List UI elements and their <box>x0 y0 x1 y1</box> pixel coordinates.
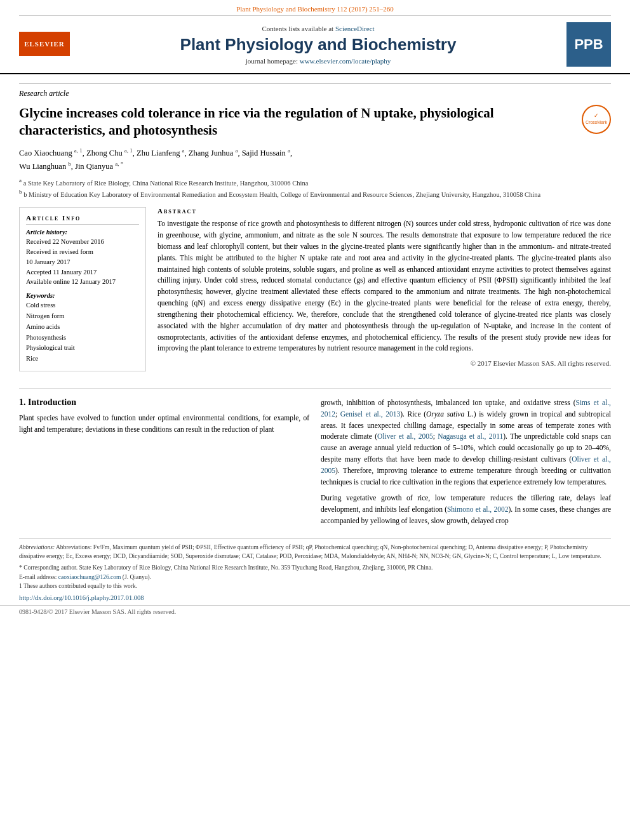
contents-text: Contents lists available at <box>262 25 333 32</box>
sciencedirect-link[interactable]: ScienceDirect <box>335 25 375 32</box>
section-divider <box>19 388 611 389</box>
article-title-row: Glycine increases cold tolerance in rice… <box>19 105 611 140</box>
sciencedirect-label: ScienceDirect <box>335 25 375 32</box>
ppb-logo: PPB <box>566 22 611 67</box>
intro-left-text: Plant species have evolved to function u… <box>19 413 309 436</box>
corresponding-note: * Corresponding author. State Key Labora… <box>19 563 611 582</box>
history-label: Article history: <box>26 229 139 236</box>
doi-text: http://dx.doi.org/10.1016/j.plaphy.2017.… <box>19 594 144 601</box>
intro-right-para2: During vegetative growth of rice, low te… <box>321 493 611 526</box>
ref-shimono-2002[interactable]: Shimono et al., 2002 <box>447 505 508 513</box>
contents-line: Contents lists available at ScienceDirec… <box>83 25 554 32</box>
keyword-1: Cold stress <box>26 300 139 311</box>
elsevier-logo-box: ELSEVIER <box>19 32 70 56</box>
equal-note: 1 These authors contributed equally to t… <box>19 582 611 590</box>
homepage-text: journal homepage: <box>246 57 298 65</box>
elsevier-logo: ELSEVIER <box>19 32 70 57</box>
two-col-section: Article Info Article history: Received 2… <box>0 207 630 379</box>
keyword-5: Physiological trait <box>26 343 139 354</box>
abbreviations-note: Abbreviations: Abbreviations: Fv/Fm, Max… <box>19 543 611 561</box>
homepage-link[interactable]: www.elsevier.com/locate/plaphy <box>300 57 391 65</box>
affiliations: a a State Key Laboratory of Rice Biology… <box>19 177 611 200</box>
keywords-label: Keywords: <box>26 292 139 299</box>
abbreviations-text: Abbreviations: Fv/Fm, Maximum quantum yi… <box>19 544 601 559</box>
article-title: Glycine increases cold tolerance in rice… <box>19 105 582 140</box>
article-info-title: Article Info <box>26 214 139 225</box>
abstract-title: Abstract <box>158 207 611 215</box>
intro-heading: 1. Introduction <box>19 397 309 408</box>
journal-citation: Plant Physiology and Biochemistry 112 (2… <box>19 0 611 16</box>
ref-oliver-2005[interactable]: Oliver et al., 2005 <box>377 432 433 440</box>
crossmark-circle: ✓CrossMark <box>582 105 611 134</box>
keyword-3: Amino acids <box>26 322 139 333</box>
journal-meta-bar: ELSEVIER Contents lists available at Sci… <box>0 16 630 74</box>
affiliation-a: a a State Key Laboratory of Rice Biology… <box>19 177 611 188</box>
article-type-label: Research article <box>19 83 611 98</box>
authors-line: Cao Xiaochuang a, 1, Zhong Chu a, 1, Zhu… <box>19 146 611 173</box>
crossmark-icon: ✓CrossMark <box>586 113 607 126</box>
email-text: caoxiaochuang@126.com <box>58 574 121 580</box>
email-link[interactable]: caoxiaochuang@126.com <box>58 574 123 580</box>
abstract-box: Abstract To investigate the response of … <box>158 207 611 367</box>
intro-right-text: growth, inhibition of photosynthesis, im… <box>321 397 611 527</box>
intro-left: 1. Introduction Plant species have evolv… <box>19 397 309 532</box>
crossmark-badge[interactable]: ✓CrossMark <box>582 105 611 134</box>
ref-nagasuga-2011[interactable]: Nagasuga et al., 2011 <box>438 432 503 440</box>
intro-right: growth, inhibition of photosynthesis, im… <box>321 397 611 532</box>
affil-b-text: b Ministry of Education Key Laboratory o… <box>23 191 540 198</box>
citation-text: Plant Physiology and Biochemistry 112 (2… <box>236 5 394 13</box>
issn-line: 0981-9428/© 2017 Elsevier Masson SAS. Al… <box>0 605 630 618</box>
received-date: Received 22 November 2016 <box>26 237 139 247</box>
email-label: E-mail address: <box>19 574 57 580</box>
abstract-text: To investigate the response of rice grow… <box>158 218 611 354</box>
homepage-url: www.elsevier.com/locate/plaphy <box>300 57 391 65</box>
ppb-logo-text: PPB <box>574 36 603 53</box>
left-column: Article Info Article history: Received 2… <box>19 207 146 379</box>
journal-title: Plant Physiology and Biochemistry <box>83 35 554 55</box>
journal-homepage: journal homepage: www.elsevier.com/locat… <box>83 57 554 65</box>
corresponding-text: * Corresponding author. State Key Labora… <box>19 564 432 571</box>
affil-a-text: a State Key Laboratory of Rice Biology, … <box>23 179 309 186</box>
intro-title: Introduction <box>28 397 76 407</box>
elsevier-text: ELSEVIER <box>24 40 65 48</box>
keyword-6: Rice <box>26 354 139 364</box>
intro-para1: Plant species have evolved to function u… <box>19 413 309 436</box>
page-wrapper: Plant Physiology and Biochemistry 112 (2… <box>0 0 630 618</box>
article-info-box: Article Info Article history: Received 2… <box>19 207 146 371</box>
footnote-area: Abbreviations: Abbreviations: Fv/Fm, Max… <box>19 538 611 590</box>
ref-genisel-2013[interactable]: Genisel et al., 2013 <box>340 410 400 418</box>
keyword-2: Nitrogen form <box>26 311 139 322</box>
keyword-4: Photosynthesis <box>26 333 139 343</box>
revised-label: Received in revised form <box>26 247 139 257</box>
affiliation-b: b b Ministry of Education Key Laboratory… <box>19 188 611 199</box>
intro-right-para1: growth, inhibition of photosynthesis, im… <box>321 397 611 488</box>
available-date: Available online 12 January 2017 <box>26 277 139 287</box>
email-note: (J. Qianyu). <box>123 574 151 580</box>
right-column: Abstract To investigate the response of … <box>158 207 611 379</box>
revised-date: 10 January 2017 <box>26 257 139 267</box>
accepted-date: Accepted 11 January 2017 <box>26 267 139 277</box>
doi-link[interactable]: http://dx.doi.org/10.1016/j.plaphy.2017.… <box>19 594 611 601</box>
crossmark-label: CrossMark <box>586 120 607 124</box>
journal-center: Contents lists available at ScienceDirec… <box>70 25 566 65</box>
keywords-section: Keywords: Cold stress Nitrogen form Amin… <box>26 292 139 364</box>
copyright-line: © 2017 Elsevier Masson SAS. All rights r… <box>158 359 611 367</box>
introduction-section: 1. Introduction Plant species have evolv… <box>0 397 630 532</box>
article-section: Research article Glycine increases cold … <box>0 74 630 199</box>
section-number: 1. <box>19 397 26 407</box>
ref-oliver-2005b[interactable]: Oliver et al., 2005 <box>321 455 611 474</box>
